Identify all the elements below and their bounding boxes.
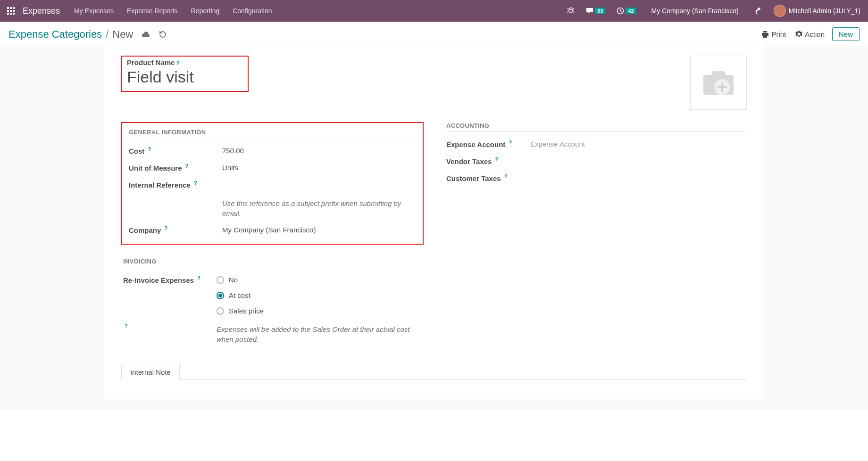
gear-icon	[795, 31, 802, 38]
svg-rect-4	[10, 10, 12, 12]
radio-icon	[217, 292, 224, 299]
company-switcher[interactable]: My Company (San Francisco)	[644, 0, 746, 22]
internal-reference-hint: Use this reference as a subject prefix w…	[222, 198, 416, 218]
help-icon[interactable]: ?	[176, 60, 180, 66]
product-name-label: Product Name	[127, 58, 175, 66]
reinvoice-hint: Expenses will be added to the Sales Orde…	[217, 324, 422, 344]
section-title: Invoicing	[123, 258, 422, 267]
cost-label: Cost	[129, 147, 144, 155]
svg-rect-5	[13, 10, 15, 12]
vendor-taxes-label: Vendor Taxes	[446, 157, 492, 165]
breadcrumb-root[interactable]: Expense Categories	[8, 28, 102, 41]
product-name-block: Product Name ? Field visit	[121, 56, 249, 92]
discard-icon[interactable]	[159, 30, 167, 38]
section-title: General Information	[129, 129, 416, 138]
help-icon[interactable]: ?	[495, 156, 499, 162]
svg-rect-6	[7, 13, 9, 15]
svg-rect-3	[7, 10, 9, 12]
company-label: Company	[129, 226, 161, 234]
form-sheet: Product Name ? Field visit General Infor…	[104, 47, 764, 399]
help-icon[interactable]: ?	[148, 146, 151, 152]
breadcrumb-separator: /	[106, 28, 108, 41]
product-name-input[interactable]: Field visit	[127, 68, 243, 86]
customer-taxes-label: Customer Taxes	[446, 174, 501, 182]
user-menu[interactable]: Mitchell Admin (JULY_1)	[770, 0, 864, 22]
svg-rect-1	[10, 7, 12, 9]
reinvoice-label: Re-Invoice Expenses	[123, 276, 194, 284]
help-icon[interactable]: ?	[125, 323, 128, 329]
help-icon[interactable]: ?	[504, 173, 508, 179]
svg-rect-2	[13, 7, 15, 9]
avatar	[774, 5, 786, 17]
svg-rect-0	[7, 7, 9, 9]
nav-expense-reports[interactable]: Expense Reports	[120, 0, 184, 22]
radio-option-no[interactable]: No	[217, 275, 422, 285]
svg-rect-7	[10, 13, 12, 15]
breadcrumb-current: New	[112, 28, 133, 41]
activities-button[interactable]: 42	[613, 0, 640, 22]
control-panel: Expense Categories / New Print Action Ne…	[0, 22, 868, 47]
action-button[interactable]: Action	[793, 29, 826, 40]
messages-button[interactable]: 33	[582, 0, 609, 22]
app-brand[interactable]: Expenses	[22, 6, 67, 16]
help-icon[interactable]: ?	[197, 275, 200, 281]
svg-rect-8	[13, 13, 15, 15]
cost-input[interactable]: 750.00	[222, 146, 416, 156]
help-icon[interactable]: ?	[165, 225, 168, 231]
tab-internal-note[interactable]: Internal Note	[121, 364, 180, 380]
radio-icon	[217, 307, 224, 315]
expense-account-input[interactable]: Expense Account	[530, 139, 745, 149]
save-cloud-icon[interactable]	[142, 30, 150, 39]
breadcrumb: Expense Categories / New	[8, 28, 167, 41]
section-title: Accounting	[446, 122, 745, 132]
top-navbar: Expenses My Expenses Expense Reports Rep…	[0, 0, 868, 22]
debug-icon[interactable]	[563, 0, 578, 22]
nav-my-expenses[interactable]: My Expenses	[67, 0, 120, 22]
radio-option-sales-price[interactable]: Sales price	[217, 306, 422, 316]
uom-label: Unit of Measure	[129, 164, 182, 172]
messages-badge: 33	[595, 8, 605, 14]
radio-icon	[217, 276, 224, 284]
help-icon[interactable]: ?	[509, 140, 512, 145]
help-icon[interactable]: ?	[185, 163, 189, 169]
nav-configuration[interactable]: Configuration	[226, 0, 278, 22]
printer-icon	[761, 31, 769, 38]
nav-reporting[interactable]: Reporting	[184, 0, 226, 22]
expense-account-label: Expense Account	[446, 140, 505, 148]
tools-icon[interactable]	[750, 0, 766, 22]
new-button[interactable]: New	[832, 27, 860, 41]
print-button[interactable]: Print	[760, 29, 788, 40]
general-information-section: General Information Cost ? 750.00 Unit o…	[121, 122, 424, 245]
apps-launcher-icon[interactable]	[0, 0, 22, 22]
activities-badge: 42	[626, 8, 636, 14]
product-image-upload[interactable]	[690, 56, 747, 110]
radio-option-at-cost[interactable]: At cost	[217, 290, 422, 300]
internal-reference-label: Internal Reference	[129, 181, 191, 189]
company-input[interactable]: My Company (San Francisco)	[222, 225, 416, 235]
help-icon[interactable]: ?	[194, 180, 197, 186]
uom-input[interactable]: Units	[222, 163, 416, 173]
